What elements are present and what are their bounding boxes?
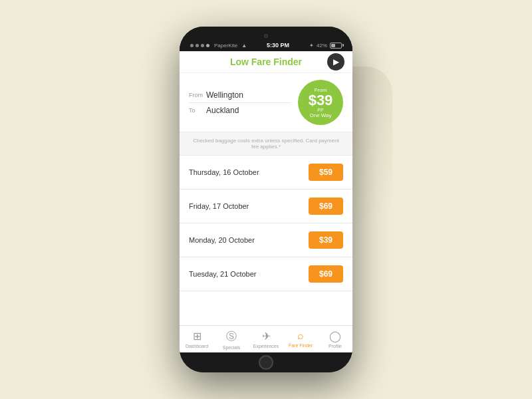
fare-row[interactable]: Monday, 20 October$39	[180, 223, 352, 257]
battery-fill	[331, 44, 335, 47]
nav-item-dashboard[interactable]: ⊞ Dashboard	[180, 329, 214, 351]
to-row[interactable]: To Auckland	[189, 103, 291, 118]
phone-frame: PaperKite ▲ 5:30 PM ✦ 42% Low Fare Finde…	[180, 27, 352, 372]
next-button[interactable]: ▶	[327, 53, 344, 70]
nav-item-experiences[interactable]: ✈ Experiences	[249, 329, 283, 351]
search-form: From Wellington To Auckland From $39 PP …	[180, 73, 352, 132]
fare-list[interactable]: Thursday, 16 October$59Friday, 17 Octobe…	[180, 156, 352, 325]
fare-date: Tuesday, 21 October	[189, 270, 257, 278]
fare-price-button[interactable]: $39	[309, 231, 343, 249]
fare-row[interactable]: Tuesday, 21 October$69	[180, 257, 352, 291]
experiences-label: Experiences	[253, 344, 279, 348]
profile-icon: ◯	[329, 330, 341, 342]
bubble-price-amount: $39	[309, 93, 333, 108]
from-label: From	[189, 92, 206, 98]
top-notch	[180, 27, 352, 38]
fare-date: Thursday, 16 October	[189, 168, 259, 176]
fare-date: Monday, 20 October	[189, 236, 255, 244]
dashboard-label: Dashboard	[186, 344, 208, 348]
fare-finder-icon: ⌕	[297, 330, 304, 342]
app-header: Low Fare Finder ▶	[180, 51, 352, 73]
nav-item-specials[interactable]: Ⓢ Specials	[214, 329, 249, 351]
signal-dot-4	[206, 44, 209, 47]
disclaimer-content: Checked baggage costs extra unless speci…	[193, 138, 339, 150]
form-fields: From Wellington To Auckland	[189, 88, 291, 118]
from-value: Wellington	[206, 90, 243, 100]
carrier-name: PaperKite	[214, 43, 237, 49]
specials-icon: Ⓢ	[226, 330, 237, 344]
home-button[interactable]	[259, 355, 273, 370]
signal-dot-1	[190, 44, 194, 47]
bubble-one-way-text: One Way	[309, 112, 331, 118]
signal-dot-2	[196, 44, 199, 47]
status-right: ✦ 42%	[309, 43, 342, 49]
bubble-pp-text: PP	[317, 108, 323, 112]
price-bubble: From $39 PP One Way	[298, 80, 343, 125]
header-title: Low Fare Finder	[230, 57, 302, 67]
fare-row[interactable]: Thursday, 16 October$59	[180, 156, 352, 190]
profile-label: Profile	[329, 344, 342, 348]
status-bar: PaperKite ▲ 5:30 PM ✦ 42%	[180, 38, 352, 51]
from-row[interactable]: From Wellington	[189, 88, 291, 103]
home-button-area	[180, 352, 352, 372]
screen: Low Fare Finder ▶ From Wellington To Auc…	[180, 51, 352, 352]
time-display: 5:30 PM	[267, 42, 289, 49]
status-left: PaperKite ▲	[190, 43, 247, 49]
fare-finder-label: Fare Finder	[289, 343, 313, 348]
disclaimer-text: Checked baggage costs extra unless speci…	[180, 132, 352, 156]
bottom-nav: ⊞ Dashboard Ⓢ Specials ✈ Experiences ⌕ F…	[180, 325, 352, 352]
bluetooth-icon: ✦	[309, 43, 314, 49]
to-label: To	[189, 107, 206, 114]
fare-price-button[interactable]: $69	[309, 265, 343, 283]
fare-price-button[interactable]: $69	[309, 198, 343, 215]
wifi-icon: ▲	[241, 43, 247, 49]
fare-price-button[interactable]: $59	[309, 164, 343, 181]
fare-row[interactable]: Friday, 17 October$69	[180, 190, 352, 223]
experiences-icon: ✈	[262, 330, 271, 342]
battery-percent: 42%	[317, 43, 327, 49]
dashboard-icon: ⊞	[193, 330, 201, 342]
specials-label: Specials	[223, 345, 240, 350]
signal-dot-3	[201, 44, 204, 47]
nav-item-profile[interactable]: ◯ Profile	[318, 329, 352, 351]
next-icon: ▶	[333, 57, 339, 66]
nav-item-fare-finder[interactable]: ⌕ Fare Finder	[283, 329, 318, 351]
to-value: Auckland	[206, 106, 239, 115]
fare-date: Friday, 17 October	[189, 202, 249, 210]
battery-bar	[330, 43, 342, 49]
